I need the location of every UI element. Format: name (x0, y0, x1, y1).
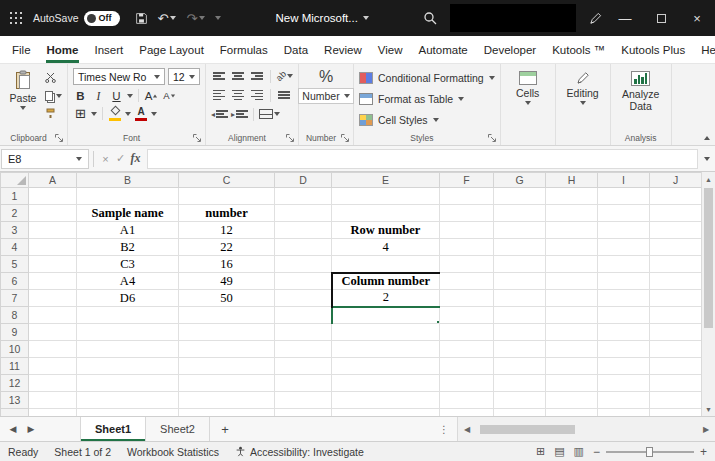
cell-d4[interactable] (275, 239, 332, 256)
cells-button[interactable]: Cells (506, 68, 550, 130)
cell-g6[interactable] (494, 273, 546, 290)
fill-color-button[interactable] (108, 106, 122, 121)
font-size-select[interactable]: 12 (168, 68, 200, 85)
row-header-1[interactable]: 1 (1, 188, 29, 205)
cell-j6[interactable] (650, 273, 702, 290)
cell-j7[interactable] (650, 290, 702, 307)
cell-g10[interactable] (494, 341, 546, 358)
analyze-data-button[interactable]: Analyze Data (616, 68, 666, 130)
cell-f9[interactable] (440, 324, 494, 341)
align-left-button[interactable] (211, 87, 227, 103)
cell-d5[interactable] (275, 256, 332, 273)
horizontal-scroll-thumb[interactable] (480, 425, 575, 434)
clipboard-dialog-launcher[interactable] (54, 133, 64, 143)
row-header-3[interactable]: 3 (1, 222, 29, 239)
insert-function-button[interactable]: fx (128, 151, 143, 166)
align-middle-button[interactable] (230, 68, 246, 84)
cell-b6[interactable]: A4 (77, 273, 179, 290)
cell-h12[interactable] (546, 375, 598, 392)
row-header-7[interactable]: 7 (1, 290, 29, 307)
cell-i8[interactable] (598, 307, 650, 324)
cell-c1[interactable] (179, 188, 275, 205)
paste-button[interactable]: Paste (5, 68, 41, 130)
cell-g1[interactable] (494, 188, 546, 205)
expand-formula-bar-caret-icon[interactable] (704, 157, 710, 161)
cell-b13[interactable] (77, 392, 179, 409)
cell-d2[interactable] (275, 205, 332, 222)
sheet-tab-sheet2[interactable]: Sheet2 (146, 417, 210, 441)
cell-d9[interactable] (275, 324, 332, 341)
cell-g5[interactable] (494, 256, 546, 273)
cell-f6[interactable] (440, 273, 494, 290)
cell-h2[interactable] (546, 205, 598, 222)
cell-j11[interactable] (650, 358, 702, 375)
cell-g4[interactable] (494, 239, 546, 256)
collapse-ribbon-button[interactable] (704, 136, 710, 140)
cell-i9[interactable] (598, 324, 650, 341)
cell-d3[interactable] (275, 222, 332, 239)
cell-a10[interactable] (29, 341, 77, 358)
copy-button[interactable] (45, 88, 62, 103)
scroll-left-arrow[interactable]: ◀ (460, 425, 474, 434)
cell-h1[interactable] (546, 188, 598, 205)
menu-tab-formulas[interactable]: Formulas (212, 36, 276, 63)
accessibility-checker-button[interactable]: Accessibility: Investigate (235, 446, 364, 458)
row-header-10[interactable]: 10 (1, 341, 29, 358)
cell-h13[interactable] (546, 392, 598, 409)
cell-f13[interactable] (440, 392, 494, 409)
cell-j8[interactable] (650, 307, 702, 324)
menu-tab-automate[interactable]: Automate (411, 36, 476, 63)
cell-b10[interactable] (77, 341, 179, 358)
cell-h5[interactable] (546, 256, 598, 273)
menu-tab-review[interactable]: Review (316, 36, 370, 63)
cell-a3[interactable] (29, 222, 77, 239)
row-header-8[interactable]: 8 (1, 307, 29, 324)
save-button[interactable] (130, 5, 153, 31)
percent-style-button[interactable]: % (319, 68, 333, 86)
cell-i4[interactable] (598, 239, 650, 256)
menu-tab-kutools[interactable]: Kutools ™ (544, 36, 613, 63)
cell-f10[interactable] (440, 341, 494, 358)
font-color-button[interactable]: A (134, 106, 148, 121)
normal-view-button[interactable]: ⊞ (536, 446, 545, 457)
decrease-indent-button[interactable]: ◂ (211, 106, 228, 122)
menu-tab-insert[interactable]: Insert (86, 36, 131, 63)
cell-d6[interactable] (275, 273, 332, 290)
cell-a6[interactable] (29, 273, 77, 290)
redo-button[interactable]: ↷ (181, 5, 210, 31)
cell-i5[interactable] (598, 256, 650, 273)
column-header-d[interactable]: D (275, 173, 332, 188)
column-header-g[interactable]: G (494, 173, 546, 188)
cell-f1[interactable] (440, 188, 494, 205)
cell-d12[interactable] (275, 375, 332, 392)
cell-f4[interactable] (440, 239, 494, 256)
cell-g7[interactable] (494, 290, 546, 307)
previous-sheet-button[interactable]: ◀ (4, 417, 22, 441)
cell-c11[interactable] (179, 358, 275, 375)
cell-h9[interactable] (546, 324, 598, 341)
cell-j12[interactable] (650, 375, 702, 392)
cell-i6[interactable] (598, 273, 650, 290)
cell-g2[interactable] (494, 205, 546, 222)
quick-access-more-button[interactable] (210, 5, 226, 31)
cell-a1[interactable] (29, 188, 77, 205)
number-dialog-launcher[interactable] (340, 133, 350, 143)
cell-a13[interactable] (29, 392, 77, 409)
align-right-button[interactable] (249, 87, 265, 103)
cell-e8[interactable] (332, 307, 440, 324)
autosave-toggle[interactable]: AutoSave Off (33, 11, 120, 26)
cell-i12[interactable] (598, 375, 650, 392)
cell-e3[interactable]: Row number (332, 222, 440, 239)
scroll-right-arrow[interactable]: ▶ (699, 425, 713, 434)
cell-c8[interactable] (179, 307, 275, 324)
cell-d11[interactable] (275, 358, 332, 375)
cell-b2[interactable]: Sample name (77, 205, 179, 222)
editing-button[interactable]: Editing (561, 68, 605, 130)
cell-b3[interactable]: A1 (77, 222, 179, 239)
cell-a7[interactable] (29, 290, 77, 307)
cell-g13[interactable] (494, 392, 546, 409)
row-header-5[interactable]: 5 (1, 256, 29, 273)
font-dialog-launcher[interactable] (192, 133, 202, 143)
cell-c4[interactable]: 22 (179, 239, 275, 256)
cell-b7[interactable]: D6 (77, 290, 179, 307)
